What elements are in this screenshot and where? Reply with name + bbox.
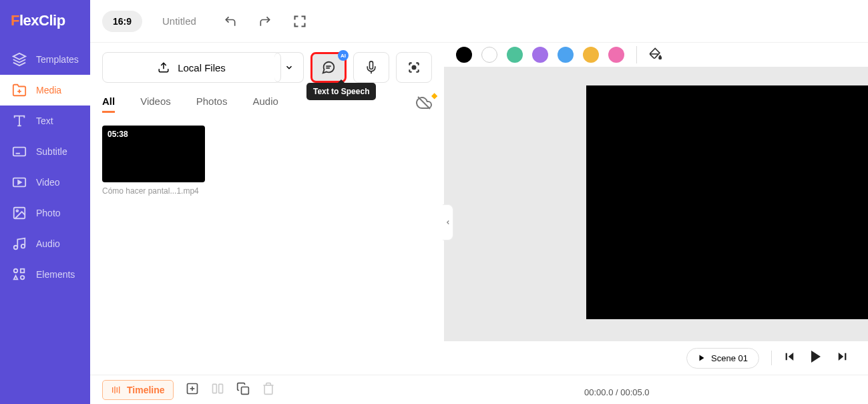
svg-point-11: [14, 246, 18, 250]
sidebar-item-label: Video: [36, 177, 60, 188]
svg-marker-23: [700, 355, 704, 361]
video-canvas[interactable]: [586, 85, 868, 319]
sidebar-item-audio[interactable]: Audio: [0, 228, 90, 259]
sidebar-item-label: Elements: [36, 269, 75, 280]
sidebar-item-subtitle[interactable]: Subtitle: [0, 136, 90, 167]
color-swatch-green[interactable]: [507, 47, 523, 63]
color-swatch-black[interactable]: [456, 47, 472, 63]
logo: FlexClip: [0, 0, 90, 44]
text-to-speech-button[interactable]: AI: [310, 52, 347, 83]
play-button[interactable]: [808, 349, 824, 367]
skip-forward-icon: [836, 351, 848, 363]
video-icon: [12, 175, 27, 190]
paint-bucket-icon: [649, 47, 662, 60]
upload-dropdown-button[interactable]: [274, 52, 304, 83]
tooltip: Text to Speech: [306, 83, 376, 100]
color-swatch-blue[interactable]: [558, 47, 574, 63]
svg-rect-37: [218, 384, 222, 393]
add-scene-button[interactable]: [186, 382, 199, 398]
tab-audio[interactable]: Audio: [252, 95, 278, 113]
collapse-panel-button[interactable]: [443, 204, 453, 240]
svg-point-21: [413, 66, 416, 69]
upload-local-files-button[interactable]: Local Files: [102, 52, 281, 83]
tab-all[interactable]: All: [102, 95, 115, 113]
chevron-down-icon: [284, 63, 294, 72]
sidebar-item-label: Audio: [36, 238, 60, 249]
record-screen-button[interactable]: [396, 52, 432, 83]
time-display: 00:00.0 / 00:05.0: [584, 387, 650, 397]
redo-button[interactable]: [258, 14, 272, 29]
svg-point-10: [16, 210, 18, 212]
color-swatch-yellow[interactable]: [583, 47, 599, 63]
media-filename: Cómo hacer pantal...1.mp4: [102, 186, 205, 196]
sidebar-item-elements[interactable]: Elements: [0, 259, 90, 290]
record-icon: [407, 61, 421, 74]
timeline-label: Timeline: [127, 385, 165, 395]
speech-icon: [321, 60, 336, 75]
upload-icon: [158, 61, 170, 73]
media-panel: Local Files AI: [90, 43, 444, 375]
svg-point-16: [21, 276, 25, 280]
sidebar-item-video[interactable]: Video: [0, 167, 90, 198]
svg-marker-27: [839, 353, 844, 361]
sidebar: FlexClip Templates Media Text Subtitle V…: [0, 0, 90, 404]
canvas-area: [444, 67, 868, 341]
delete-button[interactable]: [262, 382, 275, 398]
record-audio-button[interactable]: [353, 52, 389, 83]
sidebar-item-templates[interactable]: Templates: [0, 44, 90, 75]
svg-rect-36: [212, 384, 216, 393]
color-swatch-purple[interactable]: [532, 47, 548, 63]
sidebar-item-media[interactable]: Media: [0, 75, 90, 106]
preview-panel: Scene 01: [444, 43, 868, 375]
folder-plus-icon: [12, 83, 27, 97]
next-button[interactable]: [836, 351, 848, 365]
divider: [771, 351, 772, 365]
color-swatch-white[interactable]: [481, 47, 497, 63]
scene-label: Scene 01: [711, 353, 748, 363]
play-icon: [808, 349, 824, 365]
svg-point-13: [14, 269, 18, 273]
split-button[interactable]: [211, 382, 224, 398]
music-icon: [12, 236, 27, 251]
timeline-button[interactable]: Timeline: [102, 380, 174, 400]
tab-videos[interactable]: Videos: [140, 95, 171, 113]
duplicate-button[interactable]: [236, 382, 250, 398]
project-title[interactable]: Untitled: [162, 15, 196, 27]
tab-photos[interactable]: Photos: [196, 95, 228, 113]
undo-button[interactable]: [223, 14, 238, 29]
color-swatch-pink[interactable]: [608, 47, 624, 63]
svg-marker-0: [13, 53, 25, 59]
trash-icon: [262, 382, 275, 395]
plus-square-icon: [186, 382, 199, 395]
scene-selector-button[interactable]: Scene 01: [686, 348, 759, 369]
aspect-ratio-button[interactable]: 16:9: [102, 11, 142, 32]
svg-point-12: [21, 244, 25, 248]
prev-button[interactable]: [784, 351, 796, 365]
media-item[interactable]: 05:38 Cómo hacer pantal...1.mp4: [102, 126, 205, 196]
wifi-icon: ◆: [431, 91, 437, 100]
media-thumbnail[interactable]: 05:38: [102, 126, 205, 182]
cloud-sync-button[interactable]: ◆: [416, 95, 432, 114]
ai-badge: AI: [338, 50, 349, 61]
svg-rect-38: [241, 387, 248, 394]
layers-icon: [12, 52, 27, 67]
svg-marker-24: [789, 353, 794, 361]
mic-icon: [365, 61, 378, 74]
cloud-off-icon: [416, 95, 432, 111]
svg-rect-14: [21, 269, 25, 273]
svg-marker-8: [18, 180, 21, 184]
subtitle-icon: [12, 144, 27, 159]
svg-marker-15: [14, 276, 18, 280]
split-icon: [211, 382, 224, 395]
bottom-bar: Timeline: [90, 375, 868, 404]
chevron-left-icon: [445, 219, 451, 226]
fill-tool-button[interactable]: [649, 47, 662, 63]
topbar: 16:9 Untitled: [90, 0, 868, 43]
sidebar-item-label: Photo: [36, 208, 61, 218]
sidebar-item-label: Subtitle: [36, 146, 67, 157]
sidebar-item-photo[interactable]: Photo: [0, 198, 90, 228]
media-tabs: All Videos Photos Audio: [102, 95, 278, 113]
image-icon: [12, 206, 27, 220]
fullscreen-button[interactable]: [292, 14, 307, 29]
sidebar-item-text[interactable]: Text: [0, 106, 90, 136]
